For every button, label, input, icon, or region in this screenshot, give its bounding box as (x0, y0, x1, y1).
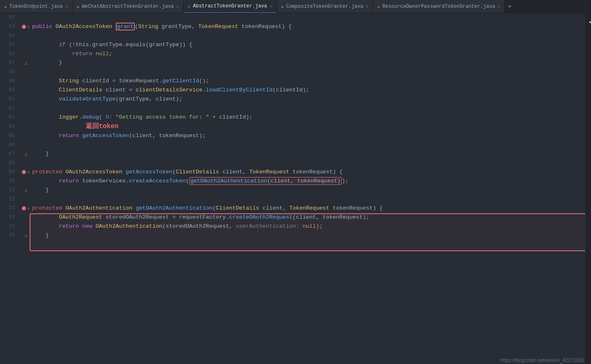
code-line-65: 65 return getAccessToken(client, tokenRe… (0, 131, 591, 140)
code-content: } (30, 231, 591, 240)
code-scroll[interactable]: 52 53 ↓ public OAuth2AccessToken grant(S… (0, 13, 591, 364)
line-number: 72 (0, 195, 21, 204)
code-line-70: 70 return tokenServices.createAccessToke… (0, 177, 591, 186)
code-content: return getAccessToken(client, tokenReque… (30, 131, 591, 140)
code-line-61: 61 validateGrantType(grantType, client); (0, 95, 591, 104)
gutter: ↓ (21, 168, 30, 177)
gutter: ↓ (21, 204, 30, 213)
code-line-67: 67 △ } (0, 149, 591, 159)
code-line-60: 60 ClientDetails client = clientDetailsS… (0, 86, 591, 95)
line-number: 63 (0, 113, 21, 122)
line-number: 69 (0, 168, 21, 177)
code-content: ClientDetails client = clientDetailsServ… (30, 86, 591, 95)
debug-dot (22, 25, 26, 29)
line-number: 62 (0, 104, 21, 113)
bookmark: △ (25, 149, 28, 159)
code-line-55: 55 if (!this.grantType.equals(grantType)… (0, 40, 591, 49)
code-content: } (30, 149, 591, 159)
close-icon[interactable]: ✕ (65, 4, 68, 9)
code-line-57: 57 △ } (0, 58, 591, 68)
line-number: 73 (0, 204, 21, 213)
code-content: String clientId = tokenRequest.getClient… (30, 77, 591, 86)
tab-abstract[interactable]: ☕ AbstractTokenGranter.java ✕ (183, 0, 277, 13)
code-content: return new OAuth2Authentication(storedOA… (30, 222, 591, 231)
code-content: } (30, 58, 591, 68)
tab-overflow[interactable]: » (505, 3, 515, 9)
bookmark: △ (25, 231, 28, 240)
close-icon[interactable]: ✕ (497, 4, 500, 9)
scrollbar-track[interactable] (585, 13, 591, 364)
gutter: △ (21, 231, 30, 240)
code-content: return null; (30, 49, 591, 58)
line-number: 54 (0, 31, 21, 40)
code-line-71: 71 △ } (0, 186, 591, 195)
bookmark: △ (25, 58, 28, 68)
line-number: 74 (0, 213, 21, 222)
code-content: protected OAuth2AccessToken getAccessTok… (30, 168, 591, 177)
code-line-72: 72 (0, 195, 591, 204)
code-line-59: 59 String clientId = tokenRequest.getCli… (0, 77, 591, 86)
code-line-52: 52 (0, 13, 591, 22)
tab-label: ResourceOwnerPasswordTokenGranter.java (382, 4, 495, 9)
arrow-down: ↓ (27, 22, 30, 31)
code-content: if (!this.grantType.equals(grantType)) { (30, 40, 591, 49)
close-icon[interactable]: ✕ (270, 3, 272, 9)
code-content: validateGrantType(grantType, client); (30, 95, 591, 104)
code-content: logger.debug( O: "Getting access token f… (30, 113, 591, 122)
code-line-69: 69 ↓ protected OAuth2AccessToken getAcce… (0, 168, 591, 177)
line-number: 52 (0, 13, 21, 22)
code-line-75: 75 return new OAuth2Authentication(store… (0, 222, 591, 231)
line-number: 59 (0, 77, 21, 86)
code-line-76: 76 △ } (0, 231, 591, 240)
tab-bar: ☕ TokenEndpoint.java ✕ ☕ WeChatAbstractT… (0, 0, 591, 13)
debug-dot (22, 206, 26, 210)
line-number: 70 (0, 177, 21, 186)
code-content: OAuth2Request storedOAuth2Request = requ… (30, 213, 591, 222)
line-number: 75 (0, 222, 21, 231)
close-icon[interactable]: ✕ (366, 4, 369, 9)
line-number: 56 (0, 49, 21, 58)
tab-tokenendpoint[interactable]: ☕ TokenEndpoint.java ✕ (0, 0, 73, 13)
line-number: 66 (0, 140, 21, 149)
gutter: △ (21, 58, 30, 68)
gutter: △ (21, 186, 30, 195)
code-line-68: 68 (0, 159, 591, 168)
tab-label: CompositeTokenGranter.java (286, 4, 363, 9)
code-line-58: 58 (0, 68, 591, 77)
line-number: 57 (0, 58, 21, 68)
bookmark: △ (25, 186, 28, 195)
code-line-56: 56 return null; (0, 49, 591, 58)
tab-resourceowner[interactable]: ☕ ResourceOwnerPasswordTokenGranter.java… (373, 0, 505, 13)
code-content: public OAuth2AccessToken grant(String gr… (30, 22, 591, 31)
tab-label: TokenEndpoint.java (9, 4, 63, 9)
line-number: 55 (0, 40, 21, 49)
code-line-64: 64 返回token (0, 122, 591, 131)
line-number: 65 (0, 131, 21, 140)
editor-root: ☕ TokenEndpoint.java ✕ ☕ WeChatAbstractT… (0, 0, 591, 364)
tab-label: WeChatAbstractTokenGranter.java (82, 4, 174, 9)
tab-composite[interactable]: ☕ CompositeTokenGranter.java ✕ (277, 0, 373, 13)
line-number: 58 (0, 68, 21, 77)
line-number: 53 (0, 22, 21, 31)
line-number: 67 (0, 149, 21, 159)
gutter: ↓ (21, 22, 30, 31)
code-content: } (30, 186, 591, 195)
code-line-53: 53 ↓ public OAuth2AccessToken grant(Stri… (0, 22, 591, 31)
gutter: △ (21, 149, 30, 159)
arrow-down: ↓ (27, 204, 30, 213)
code-content: protected OAuth2Authentication getOAuth2… (30, 204, 591, 213)
line-number: 61 (0, 95, 21, 104)
code-content: 返回token (30, 122, 591, 131)
code-line-62: 62 (0, 104, 591, 113)
code-line-74: 74 OAuth2Request storedOAuth2Request = r… (0, 213, 591, 222)
line-number: 76 (0, 231, 21, 240)
code-container: 52 53 ↓ public OAuth2AccessToken grant(S… (0, 13, 591, 364)
arrow-down: ↓ (27, 168, 30, 177)
tab-wechat[interactable]: ☕ WeChatAbstractTokenGranter.java ✕ (73, 0, 184, 13)
code-line-54: 54 (0, 31, 591, 40)
code-line-66: 66 (0, 140, 591, 149)
tab-label: AbstractTokenGranter.java (193, 3, 267, 9)
close-icon[interactable]: ✕ (176, 4, 179, 9)
line-number: 64 (0, 122, 21, 131)
watermark: https://blog.csdn.net/weixin_42271016 (500, 357, 584, 363)
